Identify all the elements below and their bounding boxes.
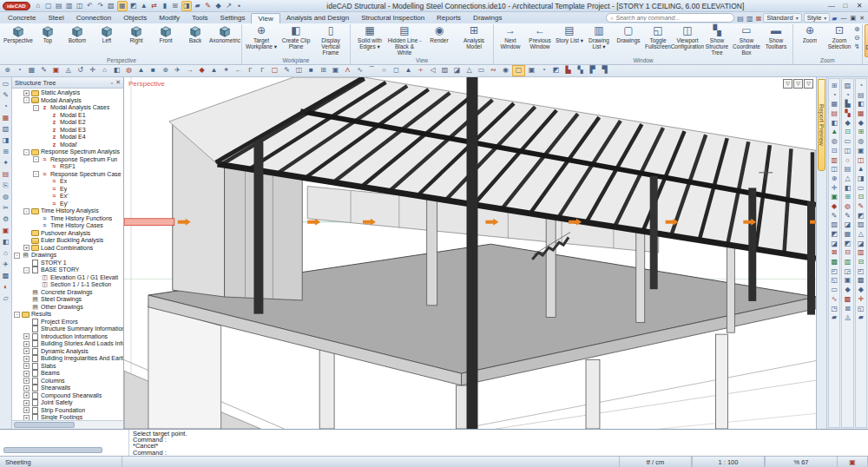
toolbar-icon[interactable]: ⊞ (845, 194, 851, 201)
tree-item[interactable]: - Response Spectrum Analysis (12, 148, 123, 156)
tree-item[interactable]: Section 1 / 1-1 Section (12, 281, 123, 289)
ribbon-button[interactable]: ⊕Target Workplane ▾ (244, 24, 279, 56)
toolbar-icon[interactable]: ◳ (831, 306, 838, 313)
model-viewport[interactable]: Perspective ▽▽▽ (124, 77, 817, 429)
tree-item[interactable]: - BASE STORY (12, 266, 123, 274)
toolbar-icon[interactable]: ▣ (845, 277, 852, 285)
toolbar-icon[interactable]: ▦ (3, 114, 10, 122)
view-control-icon[interactable]: ▽ (783, 79, 792, 89)
status-scale[interactable]: 1 : 100 (692, 457, 765, 467)
tree-expander[interactable]: - (23, 149, 30, 155)
toolbar-icon[interactable]: ◧ (858, 101, 865, 109)
toolbar-icon[interactable]: ⊕ (160, 66, 171, 76)
tree-item[interactable]: Time History Cases (12, 222, 123, 230)
tree-expander[interactable]: + (23, 245, 30, 251)
tree-item[interactable]: Steel Drawings (12, 296, 123, 304)
quick-access-icon[interactable]: ◨ (181, 1, 192, 11)
toolbar-icon[interactable]: ⊡ (858, 194, 864, 201)
tree-item[interactable]: + Columns (12, 378, 123, 385)
tree-expander[interactable]: + (23, 400, 30, 406)
toolbar-icon[interactable]: ◨ (858, 175, 865, 183)
tree-item[interactable]: + Slabs (12, 363, 123, 371)
tree-expander[interactable]: - (14, 312, 20, 318)
ribbon-button[interactable]: ▤Hidden Line - Black & White (387, 24, 422, 56)
toolbar-icon[interactable]: ◫ (293, 66, 305, 76)
ribbon-tab[interactable]: Settings (214, 13, 252, 23)
tree-item[interactable]: + Strip Foundation (12, 407, 123, 415)
quick-access-icon[interactable]: ⊞ (171, 2, 180, 10)
toolbar-icon[interactable]: ▣ (526, 66, 537, 76)
toolbar-icon[interactable]: ▢ (269, 66, 280, 76)
ribbon-tab[interactable]: Steel (42, 13, 69, 23)
tree-item[interactable]: - Results (12, 311, 123, 319)
toolbar-icon[interactable]: ◆ (845, 286, 850, 294)
toolbar-icon[interactable]: ▥ (858, 249, 865, 257)
toolbar-icon[interactable]: ⊟ (858, 259, 864, 266)
toolbar-icon[interactable]: ∻ (415, 66, 426, 76)
quick-access-icon[interactable]: ◆ (214, 2, 223, 10)
tree-expander[interactable]: - (33, 156, 39, 162)
tree-item[interactable]: + Building Stories And Loads Infor (12, 340, 123, 348)
toolbar-icon[interactable]: ◔ (14, 66, 25, 76)
tree-item[interactable]: Pushover Analysis (12, 230, 123, 238)
toolbar-icon[interactable]: ▭ (476, 66, 487, 76)
toolbar-icon[interactable]: ▭ (858, 185, 865, 193)
status-units[interactable]: tf / cm (619, 457, 692, 467)
ribbon-button[interactable]: Right (122, 24, 151, 56)
tree-expander[interactable]: + (23, 348, 30, 354)
search-input[interactable] (615, 15, 730, 21)
toolbar-icon[interactable]: ▣ (330, 66, 341, 76)
tree-item[interactable]: + Shearwalls (12, 385, 123, 392)
toolbar-icon[interactable]: ◁ (427, 66, 438, 76)
toolbar-icon[interactable]: ◔ (858, 82, 863, 90)
tree-item[interactable]: Euler Buckling Analysis (12, 237, 123, 245)
toolbar-icon[interactable]: ▤ (845, 166, 852, 174)
quick-access-icon[interactable]: ▪ (235, 2, 244, 10)
report-preview-tab[interactable]: Report Preview (818, 79, 825, 171)
tree-item[interactable]: - Response Spectrum Fun (12, 156, 123, 164)
ribbon-tab[interactable]: Drawings (467, 13, 508, 23)
toolbar-icon[interactable]: ✈ (172, 66, 183, 76)
toolbar-icon[interactable]: ▱ (3, 294, 8, 302)
toolbar-icon[interactable]: ▩ (3, 272, 10, 280)
tree-item[interactable]: Elevation G1 / G1 Elevati (12, 274, 123, 282)
tree-item[interactable]: + Compound Shearwalls (12, 392, 123, 400)
color-style-icon[interactable]: ▰ (832, 15, 837, 23)
tree-expander[interactable]: + (23, 378, 30, 384)
toolbar-icon[interactable]: ◨ (3, 136, 10, 144)
tree-item[interactable]: Modal E4 (12, 134, 123, 141)
toolbar-icon[interactable]: ⊞ (3, 148, 9, 155)
toolbar-icon[interactable]: ▨ (858, 221, 865, 229)
tree-item[interactable]: Structure Summary Information (12, 326, 123, 333)
ribbon-button[interactable]: ▬Show Toolbars (761, 24, 791, 56)
ribbon-button[interactable]: ◫Viewport Configuration (673, 24, 702, 56)
tree-item[interactable]: Project Errors (12, 319, 123, 326)
toolbar-icon[interactable]: ⊠ (845, 306, 851, 313)
toolbar-icon[interactable]: ◫ (845, 148, 852, 155)
ribbon-tab[interactable]: Tools (186, 13, 214, 23)
tree-item[interactable]: Other Drawings (12, 304, 123, 312)
tree-item[interactable]: Modal E1 (12, 112, 123, 120)
toolbar-icon[interactable]: ✈ (3, 260, 9, 268)
toolbar-icon[interactable]: ◍ (845, 203, 851, 211)
quick-access-icon[interactable]: ▢ (44, 2, 53, 10)
quick-access-icon[interactable]: ▰ (194, 2, 202, 10)
ribbon-button[interactable]: ▤Story List ▾ (555, 24, 584, 56)
toolbar-icon[interactable]: ⊕ (832, 175, 838, 183)
toolbar-icon[interactable]: ⊞ (832, 82, 838, 90)
toolbar-icon[interactable]: ◍ (858, 138, 864, 146)
toolbar-icon[interactable]: ⌂ (3, 249, 8, 257)
toolbar-icon[interactable]: ▲ (403, 66, 414, 76)
tree-expander[interactable]: + (23, 407, 30, 413)
toolbar-icon[interactable]: ▨ (439, 66, 450, 76)
tree-expander[interactable]: - (23, 97, 30, 103)
tree-expander[interactable]: + (23, 333, 30, 339)
toolbar-icon[interactable]: → (184, 66, 195, 76)
toolbar-icon[interactable]: ◧ (845, 185, 852, 193)
tree-expander[interactable]: + (23, 356, 30, 362)
status-corner-icon[interactable]: ▣ (838, 457, 868, 467)
maximize-icon[interactable]: □ (841, 2, 850, 10)
toolbar-icon[interactable]: ▦ (26, 66, 37, 76)
ribbon-button[interactable]: ▥Drawing List ▾ (584, 24, 614, 56)
toolbar-icon[interactable]: ◆ (858, 286, 864, 294)
